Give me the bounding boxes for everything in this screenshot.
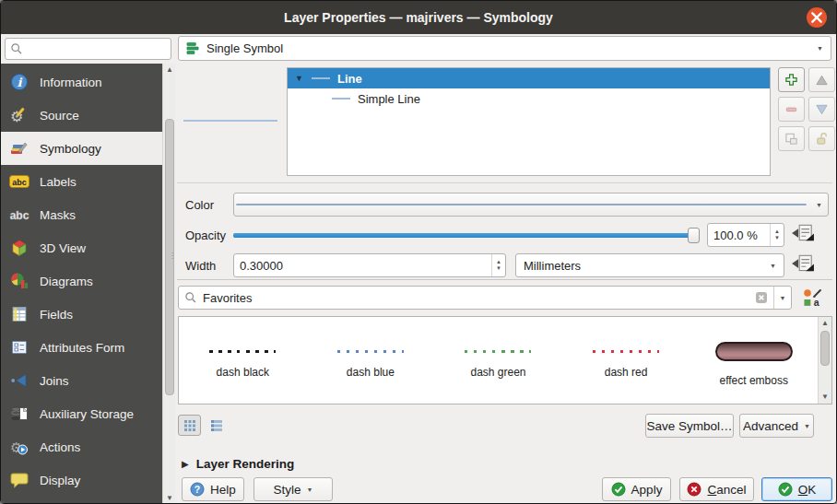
color-button[interactable]: ▼ [233,193,829,217]
filter-dropdown-button[interactable]: ▼ [773,287,791,309]
sidebar-scrollbar[interactable]: ▲ ⋮ ▼ [162,64,175,504]
sidebar-item-information[interactable]: i Information [1,65,162,99]
joins-icon [9,371,29,390]
advanced-label: Advanced [743,419,798,433]
width-unit-combo[interactable]: Millimeters ▼ [515,253,784,277]
titlebar[interactable]: Layer Properties — majrivers — Symbology [1,1,836,34]
sidebar-item-label: Masks [40,208,76,222]
width-data-defined-override-button[interactable] [791,252,819,277]
symbol-item-effect-emboss[interactable]: effect emboss [690,317,818,404]
sidebar-item-label: 3D View [40,241,86,255]
sidebar-item-auxiliary-storage[interactable]: Auxiliary Storage [1,397,162,430]
list-view-toggle-button[interactable] [205,415,228,436]
spin-down-icon[interactable]: ▼ [496,265,501,272]
color-dropdown-arrow[interactable]: ▼ [812,202,826,208]
scrollbar-thumb[interactable]: ⋮ [165,119,174,395]
sidebar-search-input[interactable] [5,38,171,60]
remove-symbol-layer-button[interactable] [778,97,805,122]
scrollbar-down-icon[interactable]: ▼ [819,391,831,404]
help-button[interactable]: ? Help [182,477,244,501]
spin-arrows[interactable]: ▲▼ [491,254,505,276]
symbol-item-dash-green[interactable]: dash green [434,317,562,404]
opacity-spinbox[interactable]: 100.0 % ▲▼ [707,223,784,247]
scrollbar-down-icon[interactable]: ▼ [163,492,176,504]
tree-node-simple-line[interactable]: Simple Line [288,88,770,109]
icon-view-toggle-button[interactable] [178,415,201,436]
close-button[interactable] [807,7,827,28]
sidebar-item-label: Diagrams [40,275,93,288]
advanced-button[interactable]: Advanced ▼ [739,414,814,438]
sidebar-item-fields[interactable]: Fields [1,298,162,331]
sidebar-item-source[interactable]: ⚙ Source [1,99,162,132]
sidebar-item-display[interactable]: Display [1,463,162,497]
sidebar-item-symbology[interactable]: Symbology [1,132,162,165]
sidebar-item-labels[interactable]: abc Labels [1,165,162,198]
spin-up-icon[interactable]: ▲ [774,229,780,235]
save-symbol-label: Save Symbol… [646,419,732,433]
down-arrow-icon [815,103,829,116]
search-icon [184,291,197,304]
slider-fill [233,233,700,238]
spin-arrows[interactable]: ▲▼ [770,224,784,246]
tree-node-line[interactable]: ▼ Line [288,68,770,88]
collapsed-caret-icon: ▶ [182,459,189,469]
ok-button[interactable]: OK [761,477,832,501]
line-glyph-icon [332,98,350,100]
symbol-name: dash blue [347,366,395,379]
layer-rendering-header[interactable]: ▶ Layer Rendering [182,457,294,471]
renderer-combo-value: Single Symbol [206,41,283,55]
renderer-combo[interactable]: Single Symbol ▼ [178,36,831,61]
dash-preview [337,350,404,353]
symbol-list-scrollbar[interactable]: ▲ ▼ [818,317,831,404]
duplicate-symbol-layer-button[interactable] [778,126,805,151]
symbol-item-dash-blue[interactable]: dash blue [307,317,435,404]
chevron-down-icon: ▼ [804,423,810,429]
labels-icon: abc [9,172,29,191]
list-view-icon [210,419,223,432]
cancel-x-icon [687,482,701,497]
minus-icon [784,103,798,116]
layer-rendering-label: Layer Rendering [196,457,295,471]
single-symbol-icon [186,41,200,55]
actions-icon: ⚙ [9,438,29,456]
style-manager-button[interactable]: a [799,284,825,311]
slider-handle[interactable] [688,228,700,243]
clear-filter-button[interactable] [755,291,768,304]
symbol-item-dash-black[interactable]: dash black [179,317,307,404]
color-label: Color [185,193,214,217]
sidebar-item-label: Actions [40,440,80,454]
apply-button[interactable]: Apply [602,477,671,501]
scrollbar-up-icon[interactable]: ▲ [819,317,831,330]
dash-preview [465,350,531,353]
style-button[interactable]: Style ▼ [253,477,333,501]
opacity-slider[interactable] [233,223,700,247]
add-symbol-layer-button[interactable] [778,67,805,92]
chevron-down-icon: ▼ [770,263,776,269]
style-filter-bar[interactable]: Favorites ▼ [178,286,792,310]
spin-up-icon[interactable]: ▲ [496,259,501,265]
symbol-item-dash-red[interactable]: dash red [562,317,690,404]
line-glyph-icon [312,77,330,79]
sidebar-item-diagrams[interactable]: Diagrams [1,264,162,298]
spin-down-icon[interactable]: ▼ [774,235,780,241]
sidebar-item-actions[interactable]: ⚙ Actions [1,430,162,463]
expand-caret-icon[interactable]: ▼ [295,74,304,83]
save-symbol-button[interactable]: Save Symbol… [645,414,734,438]
cancel-button[interactable]: Cancel [679,477,754,501]
lock-color-button[interactable] [808,126,835,151]
sidebar-item-attributes-form[interactable]: Attributes Form [1,331,162,364]
sidebar-item-masks[interactable]: abc Masks [1,198,162,231]
scrollbar-thumb[interactable] [820,331,830,366]
layer-properties-dialog: Layer Properties — majrivers — Symbology… [0,0,837,504]
information-icon: i [9,73,29,91]
sidebar-item-3d-view[interactable]: 3D View [1,231,162,264]
move-down-button[interactable] [808,97,835,122]
sidebar-item-joins[interactable]: Joins [1,364,162,397]
apply-check-icon [611,482,626,497]
dialog-body: i Information ⚙ Source Symbology abc Lab… [1,34,837,504]
data-defined-override-icon [791,252,815,275]
opacity-data-defined-override-button[interactable] [791,222,819,247]
move-up-button[interactable] [808,67,835,92]
scrollbar-up-icon[interactable]: ▲ [163,64,176,76]
width-spinbox[interactable]: 0.30000 ▲▼ [233,253,506,277]
